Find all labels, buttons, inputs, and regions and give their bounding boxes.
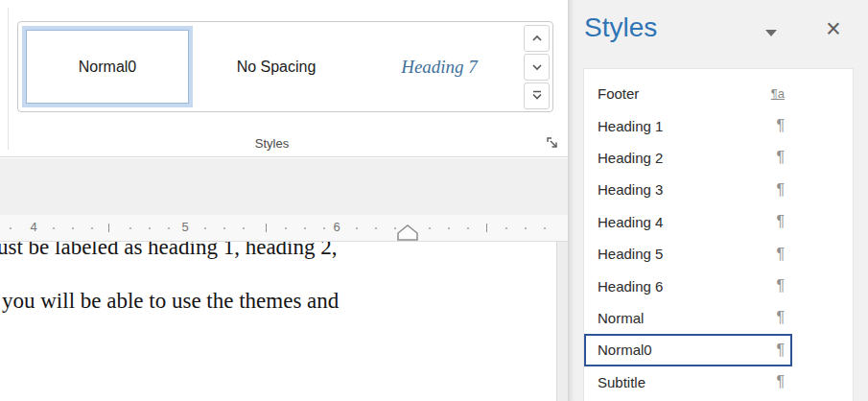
style-list-item-heading-4[interactable]: Heading 4¶: [584, 206, 792, 238]
ruler-inch-label: 6: [333, 220, 340, 234]
ruler-dot-tick: [91, 227, 93, 229]
ruler-half-tick: [486, 224, 487, 232]
gallery-scroll-buttons: [522, 23, 551, 111]
ruler-dot-tick: [149, 227, 151, 229]
style-list-item-heading-1[interactable]: Heading 1¶: [584, 109, 792, 141]
ribbon-styles-group: Normal0 No Spacing Heading 7: [0, 0, 568, 157]
style-name: Normal0: [584, 342, 652, 358]
ruler-dot-tick: [544, 227, 546, 229]
style-name: Heading 3: [584, 181, 663, 198]
style-name: Heading 1: [584, 118, 663, 134]
close-icon: ×: [826, 14, 841, 43]
ribbon-group-separator: [8, 8, 9, 150]
ruler-dot-tick: [168, 227, 170, 229]
gallery-item-label: No Spacing: [237, 59, 317, 76]
paragraph-style-icon: ¶: [776, 309, 785, 326]
style-list-item-heading-5[interactable]: Heading 5¶: [584, 238, 792, 270]
style-name: Normal: [584, 310, 644, 326]
ruler-dot-tick: [375, 227, 377, 229]
gallery-item-heading7[interactable]: Heading 7: [358, 22, 521, 111]
ruler-dot-tick: [285, 227, 287, 229]
ruler-dot-tick: [525, 227, 527, 229]
style-name: Heading 2: [584, 150, 663, 166]
document-text-line: ust be labeled as heading 1, heading 2,: [0, 242, 337, 261]
document-canvas[interactable]: ust be labeled as heading 1, heading 2, …: [0, 242, 556, 401]
style-name: Heading 6: [584, 278, 663, 295]
ruler-dot-tick: [323, 227, 325, 229]
style-list-item-normal0[interactable]: Normal0¶: [584, 334, 792, 366]
right-indent-marker[interactable]: [397, 224, 418, 245]
document-side: Normal0 No Spacing Heading 7: [0, 0, 568, 401]
gallery-more-icon: [530, 87, 544, 105]
style-name: Footer: [584, 85, 639, 102]
style-name: Subtitle: [584, 374, 645, 390]
style-name: Heading 4: [584, 214, 663, 230]
style-list-item-subtitle[interactable]: Subtitle¶: [584, 366, 792, 398]
ribbon-group-label-row: Styles: [0, 134, 544, 152]
dialog-launcher-arrow-icon: [546, 136, 559, 153]
ruler-dot-tick: [356, 227, 358, 229]
paragraph-style-icon: ¶: [776, 246, 785, 263]
paragraph-style-icon: ¶: [776, 213, 785, 230]
chevron-up-icon: [530, 30, 544, 47]
ruler-inch-label: 4: [30, 220, 36, 234]
gallery-item-label: Normal0: [79, 59, 136, 76]
ruler-dot-tick: [429, 227, 431, 229]
styles-gallery-items: Normal0 No Spacing Heading 7: [18, 22, 521, 111]
styles-pane-title: Styles: [584, 12, 657, 43]
ruler-dot-tick: [10, 227, 12, 229]
paragraph-style-icon: ¶: [776, 117, 785, 134]
paragraph-style-icon: ¶: [776, 342, 785, 359]
horizontal-ruler: 456: [0, 215, 568, 242]
paragraph-style-icon: ¶: [776, 181, 785, 199]
style-name: Heading 5: [584, 246, 663, 262]
style-list-item-footer[interactable]: Footer¶a: [584, 78, 792, 109]
vertical-scrollbar-track[interactable]: [556, 242, 568, 401]
paragraph-style-icon: ¶: [776, 149, 785, 166]
chevron-down-icon: [765, 30, 777, 36]
styles-task-pane: Styles × Footer¶aHeading 1¶Heading 2¶Hea…: [568, 0, 868, 401]
ribbon-group-label: Styles: [255, 136, 289, 151]
ruler-dot-tick: [505, 227, 507, 229]
styles-list: Footer¶aHeading 1¶Heading 2¶Heading 3¶He…: [583, 68, 854, 401]
ruler-half-tick: [266, 224, 267, 232]
ruler-dot-tick: [394, 227, 396, 229]
ruler-dot-tick: [448, 227, 450, 229]
style-list-item-heading-2[interactable]: Heading 2¶: [584, 142, 792, 174]
document-text-line: you will be able to use the themes and: [2, 288, 339, 315]
paragraph-style-icon: ¶: [776, 277, 785, 295]
chevron-down-icon: [530, 59, 544, 76]
ribbon-lower-strip: [0, 158, 568, 215]
gallery-scroll-down-button[interactable]: [524, 54, 550, 81]
ruler-dot-tick: [243, 227, 245, 229]
gallery-more-button[interactable]: [524, 83, 550, 109]
style-list-item-heading-6[interactable]: Heading 6¶: [584, 270, 792, 301]
word-window: Normal0 No Spacing Heading 7: [0, 0, 868, 401]
pane-options-button[interactable]: [759, 21, 784, 44]
paragraph-style-icon: ¶: [776, 373, 785, 390]
style-list-item-normal[interactable]: Normal¶: [584, 302, 792, 334]
styles-dialog-launcher-button[interactable]: [546, 136, 561, 152]
ruler-half-tick: [108, 224, 109, 232]
ruler-dot-tick: [467, 227, 469, 229]
ruler-dot-tick: [53, 227, 55, 229]
ruler-dot-tick: [223, 227, 225, 229]
pane-close-button[interactable]: ×: [820, 13, 847, 44]
gallery-item-label: Heading 7: [401, 57, 478, 78]
ruler-inch-label: 5: [181, 220, 188, 234]
style-list-item-heading-3[interactable]: Heading 3¶: [584, 174, 792, 205]
linked-paragraph-style-icon: ¶a: [771, 86, 785, 101]
ruler-dot-tick: [129, 227, 131, 229]
ruler-dot-tick: [72, 227, 74, 229]
ruler-dot-tick: [204, 227, 206, 229]
gallery-scroll-up-button[interactable]: [524, 25, 550, 52]
gallery-item-normal0[interactable]: Normal0: [22, 26, 193, 107]
ruler-dot-tick: [304, 227, 306, 229]
gallery-item-no-spacing[interactable]: No Spacing: [195, 22, 358, 111]
styles-gallery: Normal0 No Spacing Heading 7: [17, 21, 553, 112]
